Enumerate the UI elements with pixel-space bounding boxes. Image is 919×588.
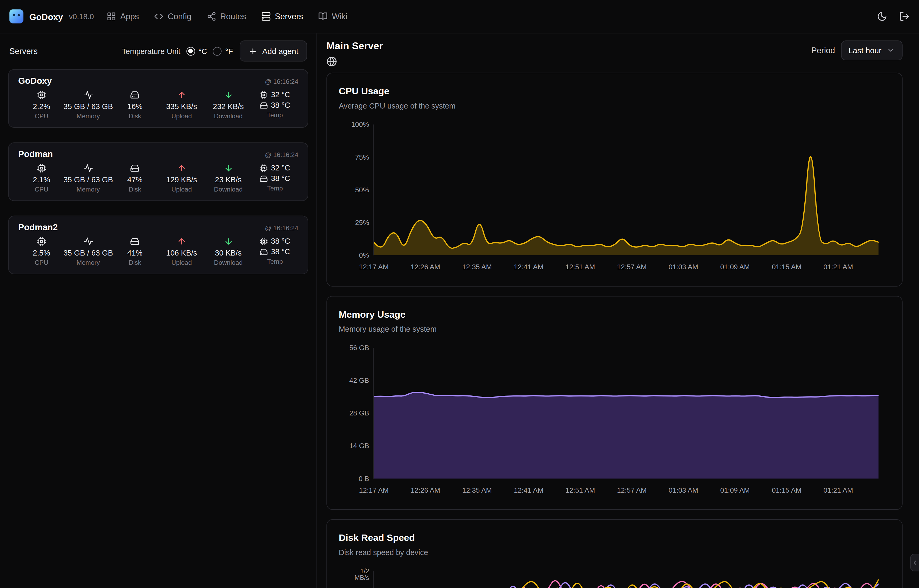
temp-rows: 32 °C38 °C (260, 163, 290, 183)
server-card[interactable]: GoDoxy@ 16:16:242.2%CPU35 GB / 63 GBMemo… (8, 69, 308, 128)
main-header-left: Main Server (326, 39, 383, 67)
svg-text:01:21 AM: 01:21 AM (824, 263, 853, 271)
stat-memory: 35 GB / 63 GBMemory (65, 90, 111, 120)
globe-icon[interactable] (326, 57, 337, 67)
add-agent-button[interactable]: Add agent (240, 40, 307, 61)
server-card-header: GoDoxy@ 16:16:24 (18, 76, 298, 86)
server-timestamp: @ 16:16:24 (265, 225, 298, 231)
svg-text:75%: 75% (355, 153, 369, 161)
stat-temp: 32 °C38 °CTemp (252, 163, 298, 193)
stat-value: 35 GB / 63 GB (63, 175, 113, 184)
nav-item-servers[interactable]: Servers (262, 11, 303, 21)
cpu-temp-row: 32 °C (260, 90, 290, 99)
disk-temp-value: 38 °C (271, 101, 290, 110)
server-list: GoDoxy@ 16:16:242.2%CPU35 GB / 63 GBMemo… (8, 69, 308, 274)
stat-value: 106 KB/s (166, 249, 197, 257)
content: Servers Temperature Unit °C °F Add agent (0, 34, 919, 588)
server-card-header: Podman@ 16:16:24 (18, 149, 298, 159)
svg-text:12:35 AM: 12:35 AM (462, 486, 492, 494)
server-stats-row: 2.2%CPU35 GB / 63 GBMemory16%Disk335 KB/… (18, 90, 298, 120)
period-select[interactable]: Last hour (841, 40, 903, 60)
activity-icon (84, 90, 93, 100)
nav-item-wiki[interactable]: Wiki (318, 11, 347, 21)
navbar-actions (877, 11, 910, 22)
radio-unchecked-icon (213, 47, 221, 55)
server-timestamp: @ 16:16:24 (265, 151, 298, 158)
stat-temp: 32 °C38 °CTemp (252, 90, 298, 120)
arrow-up-icon (177, 163, 186, 173)
stat-label: CPU (35, 186, 48, 193)
period-label: Period (811, 46, 835, 55)
stat-value: 23 KB/s (215, 175, 242, 184)
nav-item-config[interactable]: Config (154, 11, 191, 21)
nav-item-label: Servers (275, 11, 303, 21)
stat-upload: 335 KB/sUpload (158, 90, 205, 120)
period-group: Period Last hour (811, 40, 903, 60)
stat-label: Download (214, 259, 243, 267)
stat-label: Upload (171, 259, 192, 267)
navbar: GoDoxy v0.18.0 AppsConfigRoutesServersWi… (0, 0, 919, 34)
svg-text:100%: 100% (351, 120, 369, 128)
activity-icon (84, 237, 93, 246)
collapse-panel-tab[interactable] (910, 554, 919, 572)
nav-item-label: Apps (120, 11, 139, 21)
stat-label: Upload (171, 113, 192, 120)
stat-label: Memory (77, 113, 100, 120)
celsius-radio[interactable]: °C (186, 47, 207, 55)
chart-subtitle: Average CPU usage of the system (339, 101, 890, 111)
cpu-temp-value: 32 °C (271, 163, 290, 172)
cpu-temp-row: 32 °C (260, 163, 290, 172)
cpu-temp-row: 38 °C (260, 237, 290, 246)
main-header: Main Server Period Last hour (326, 39, 903, 67)
nav-item-label: Routes (220, 11, 246, 21)
server-name: GoDoxy (18, 76, 52, 86)
temp-rows: 32 °C38 °C (260, 90, 290, 110)
stat-cpu: 2.2%CPU (18, 90, 65, 120)
stat-value: 335 KB/s (166, 102, 197, 111)
svg-text:50%: 50% (355, 186, 369, 194)
stat-value: 30 KB/s (215, 249, 242, 257)
server-card[interactable]: Podman2@ 16:16:242.5%CPU35 GB / 63 GBMem… (8, 216, 308, 274)
nav-item-routes[interactable]: Routes (207, 11, 246, 21)
logout-button[interactable] (899, 11, 909, 22)
theme-toggle-button[interactable] (877, 11, 887, 22)
memory-usage-card: Memory UsageMemory usage of the system56… (326, 296, 903, 510)
add-agent-label: Add agent (262, 47, 298, 55)
servers-panel: Servers Temperature Unit °C °F Add agent (0, 34, 317, 588)
grid-icon (107, 11, 116, 21)
servers-panel-header: Servers Temperature Unit °C °F Add agent (8, 39, 308, 69)
version-label: v0.18.0 (69, 12, 94, 21)
server-card[interactable]: Podman@ 16:16:242.1%CPU35 GB / 63 GBMemo… (8, 142, 308, 201)
server-card-header: Podman2@ 16:16:24 (18, 222, 298, 233)
stat-value: 2.2% (33, 102, 50, 111)
fahrenheit-radio[interactable]: °F (213, 47, 233, 55)
stat-value: 16% (127, 102, 142, 111)
stat-value: 35 GB / 63 GB (63, 249, 113, 257)
svg-text:0%: 0% (359, 251, 369, 259)
server-name: Podman (18, 149, 53, 159)
cpu-usage-chart: 100%75%50%25%0%12:17 AM12:26 AM12:35 AM1… (339, 118, 890, 274)
fahrenheit-label: °F (225, 47, 233, 55)
stat-memory: 35 GB / 63 GBMemory (65, 237, 111, 267)
brand-name: GoDoxy (29, 11, 63, 21)
arrow-up-icon (177, 90, 186, 100)
stat-download: 232 KB/sDownload (205, 90, 252, 120)
celsius-label: °C (199, 47, 207, 55)
main-panel: Main Server Period Last hour CPU UsageAv… (317, 34, 919, 588)
stat-label: Memory (77, 186, 100, 193)
server-stats-row: 2.5%CPU35 GB / 63 GBMemory41%Disk106 KB/… (18, 237, 298, 267)
svg-text:12:57 AM: 12:57 AM (617, 486, 646, 494)
moon-icon (877, 11, 887, 22)
stat-disk: 16%Disk (111, 90, 158, 120)
drive-icon (260, 101, 268, 109)
svg-text:01:09 AM: 01:09 AM (720, 486, 749, 494)
chart-subtitle: Memory usage of the system (339, 324, 890, 334)
stat-value: 129 KB/s (166, 175, 197, 184)
drive-icon (260, 248, 268, 256)
svg-text:12:17 AM: 12:17 AM (359, 486, 389, 494)
charts-stack: CPU UsageAverage CPU usage of the system… (326, 73, 903, 588)
server-timestamp: @ 16:16:24 (265, 78, 298, 85)
nav-item-apps[interactable]: Apps (107, 11, 139, 21)
routes-icon (207, 11, 216, 21)
temp-rows: 38 °C38 °C (260, 237, 290, 256)
